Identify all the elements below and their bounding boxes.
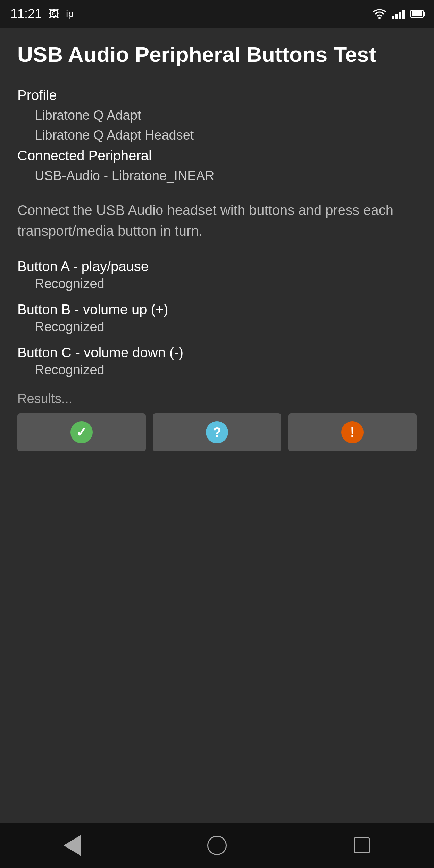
status-bar-right xyxy=(373,8,424,19)
button-a-label: Button A - play/pause xyxy=(17,259,417,274)
back-icon xyxy=(64,835,81,856)
nav-recents-button[interactable] xyxy=(348,832,376,859)
connected-peripheral-label: Connected Peripheral xyxy=(17,145,417,166)
profile-1: Libratone Q Adapt xyxy=(17,106,417,125)
fail-icon: ! xyxy=(341,421,364,443)
button-b-label: Button B - volume up (+) xyxy=(17,302,417,317)
status-bar: 11:21 🖼 ip xyxy=(0,0,434,28)
status-time: 11:21 xyxy=(10,7,42,21)
signal-icon xyxy=(392,9,405,19)
pass-button[interactable]: ✓ xyxy=(17,413,146,451)
page-title: USB Audio Peripheral Buttons Test xyxy=(17,42,417,67)
button-c-section: Button C - volume down (-) Recognized xyxy=(17,345,417,377)
ip-label: ip xyxy=(66,8,74,19)
recents-icon xyxy=(354,837,370,853)
svg-point-0 xyxy=(378,17,381,19)
button-c-status: Recognized xyxy=(17,362,417,377)
wifi-icon xyxy=(373,8,386,19)
battery-icon xyxy=(410,10,424,18)
unknown-icon: ? xyxy=(206,421,228,443)
nav-back-button[interactable] xyxy=(58,832,86,859)
button-a-section: Button A - play/pause Recognized xyxy=(17,259,417,291)
button-b-section: Button B - volume up (+) Recognized xyxy=(17,302,417,334)
button-c-label: Button C - volume down (-) xyxy=(17,345,417,360)
main-content: USB Audio Peripheral Buttons Test Profil… xyxy=(0,28,434,823)
button-b-status: Recognized xyxy=(17,319,417,334)
profile-label: Profile xyxy=(17,85,417,106)
profile-2: Libratone Q Adapt Headset xyxy=(17,125,417,145)
fail-button[interactable]: ! xyxy=(288,413,417,451)
pass-icon: ✓ xyxy=(70,421,93,443)
peripheral-name: USB-Audio - Libratone_INEAR xyxy=(17,166,417,186)
unknown-button[interactable]: ? xyxy=(153,413,281,451)
info-section: Profile Libratone Q Adapt Libratone Q Ad… xyxy=(17,85,417,186)
results-label: Results... xyxy=(17,391,417,406)
instruction-text: Connect the USB Audio headset with butto… xyxy=(17,200,417,241)
result-buttons-row: ✓ ? ! xyxy=(17,413,417,451)
nav-bar xyxy=(0,823,434,868)
status-bar-left: 11:21 🖼 ip xyxy=(10,7,74,21)
nav-home-button[interactable] xyxy=(203,832,231,859)
button-a-status: Recognized xyxy=(17,276,417,291)
home-icon xyxy=(207,836,227,855)
image-icon: 🖼 xyxy=(49,8,59,20)
